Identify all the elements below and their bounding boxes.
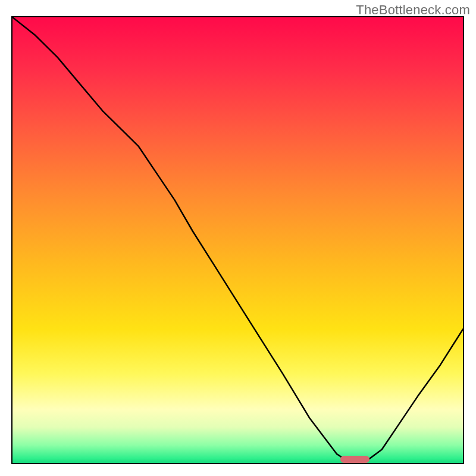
chart-curve	[12, 17, 463, 463]
chart-frame	[11, 16, 464, 464]
watermark-text: TheBottleneck.com	[356, 2, 470, 18]
chart-marker	[340, 456, 369, 463]
